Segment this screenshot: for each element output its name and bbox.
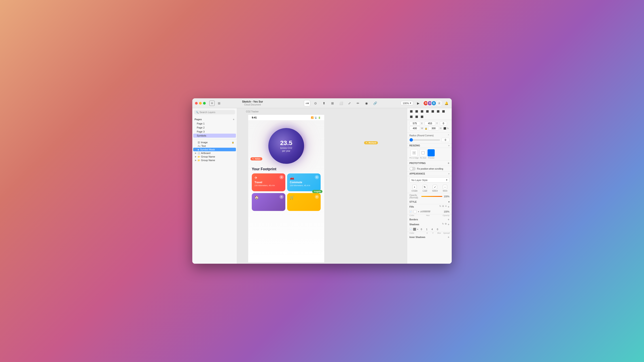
more-icon[interactable]: ··· bbox=[443, 185, 447, 189]
card-shopping-add[interactable]: + bbox=[315, 195, 319, 199]
distribute-v-icon[interactable]: ⬛ bbox=[409, 114, 414, 119]
x-input[interactable]: 575 bbox=[410, 121, 420, 125]
radius-input[interactable] bbox=[442, 138, 450, 142]
resizing-section-title[interactable]: RESIZING ▾ bbox=[407, 143, 452, 148]
card-travel-add[interactable]: + bbox=[280, 175, 284, 179]
radius-chevron[interactable]: ⌃ bbox=[448, 134, 450, 137]
target-icon[interactable]: ⊙ bbox=[312, 100, 319, 106]
richard-tag-container: ↖ Richard bbox=[364, 141, 378, 144]
card-commute[interactable]: 🚗 + Commute 230 kilometers, 45.4 tn Ange… bbox=[287, 173, 321, 191]
minimize-button[interactable] bbox=[199, 102, 202, 105]
flip-h-icon[interactable]: ⬛ bbox=[414, 114, 419, 119]
fills-settings-icon[interactable]: ⚙ bbox=[442, 205, 444, 209]
link-icon[interactable]: 🔗 bbox=[372, 100, 378, 106]
lock-ratio-icon[interactable]: 🔒 bbox=[425, 127, 427, 130]
resize-icon[interactable]: ⤢ bbox=[346, 100, 353, 106]
shadow-x-val: 0 bbox=[419, 228, 424, 231]
card-home[interactable]: 🏠 + bbox=[252, 193, 285, 211]
layer-item-artboard[interactable]: ▶ ⬜ Artboard bbox=[193, 151, 236, 155]
sidebar-item-page3[interactable]: Page 3 bbox=[193, 130, 236, 134]
card-shopping[interactable]: 🛒 + bbox=[287, 193, 321, 211]
preview-grid-icon bbox=[430, 151, 433, 154]
layer-label-text: Text bbox=[201, 145, 206, 147]
shadows-add-button[interactable]: + bbox=[448, 223, 450, 226]
appearance-section-title[interactable]: APPEARANCE ▾ bbox=[407, 172, 452, 176]
card-travel[interactable]: ✈ + Travel 230 kilometers, 45.4 tn bbox=[252, 173, 285, 191]
y-offset-input[interactable] bbox=[440, 121, 447, 125]
search-input[interactable]: Search Layers bbox=[200, 111, 215, 113]
preview-button[interactable] bbox=[428, 149, 435, 156]
align-top-icon[interactable]: ⬛ bbox=[425, 109, 430, 113]
select-icon[interactable]: ✓ bbox=[433, 185, 437, 189]
align-center-v-icon[interactable]: ⬛ bbox=[430, 109, 435, 113]
flip-icon[interactable]: ⬛ bbox=[444, 127, 446, 130]
sidebar-item-page2[interactable]: Page 2 bbox=[193, 126, 236, 130]
y-input[interactable] bbox=[425, 121, 435, 125]
pin-to-edge-button[interactable] bbox=[410, 149, 418, 156]
helen-cursor-icon: ↖ bbox=[252, 158, 254, 160]
close-button[interactable] bbox=[195, 102, 198, 105]
fill-hex-value: # FFFFFF bbox=[420, 211, 442, 213]
layer-item-text[interactable]: Aa Text bbox=[196, 144, 236, 148]
flip-v-icon[interactable]: ⬛ bbox=[420, 114, 424, 119]
shadows-actions: ↻ ⚙ + bbox=[442, 223, 450, 226]
rotate-icon[interactable]: ↻ bbox=[447, 127, 449, 130]
fills-subtract-icon[interactable]: ✕ bbox=[445, 205, 447, 209]
sidebar-item-symbols[interactable]: Symbols bbox=[193, 134, 236, 138]
borders-add-button[interactable]: + bbox=[448, 218, 450, 221]
play-button[interactable]: ▶ bbox=[415, 100, 421, 106]
fills-restore-icon[interactable]: ↻ bbox=[440, 205, 441, 209]
shadows-header: Shadows ↻ ⚙ + bbox=[407, 222, 452, 227]
h-input[interactable] bbox=[428, 126, 439, 130]
toolbar-right: 100% ▾ ▶ R H A 2 🔔 bbox=[401, 100, 449, 106]
align-bottom-icon[interactable]: ⬛ bbox=[436, 109, 440, 113]
w-input[interactable] bbox=[410, 126, 420, 130]
notification-icon[interactable]: 🔔 bbox=[444, 100, 449, 106]
style-dropdown[interactable]: No Layer Style ▾ bbox=[410, 177, 450, 183]
grid-view-icon[interactable]: ⊞ bbox=[216, 100, 222, 106]
layout-icon[interactable]: ⊞ bbox=[330, 100, 336, 106]
upload-icon[interactable]: ⬆ bbox=[321, 100, 327, 106]
fill-checkbox[interactable] bbox=[410, 210, 412, 213]
shadows-settings-icon[interactable]: ⚙ bbox=[445, 223, 447, 226]
zoom-control[interactable]: 100% ▾ bbox=[401, 101, 413, 105]
proto-toggle[interactable] bbox=[410, 167, 416, 170]
distribute-h-icon[interactable]: ⬛ bbox=[441, 109, 446, 113]
prototyping-section-title[interactable]: PROTOTYPING + bbox=[407, 160, 452, 166]
pen-icon[interactable]: ✏ bbox=[355, 100, 361, 106]
add-page-icon[interactable]: + bbox=[233, 117, 234, 121]
shadows-restore-icon[interactable]: ↻ bbox=[442, 223, 444, 226]
layer-item-group2[interactable]: ▶ 📁 Group Name bbox=[193, 158, 236, 162]
shadow-swatch[interactable] bbox=[413, 228, 416, 231]
card-commute-add[interactable]: + bbox=[315, 175, 319, 179]
prototyping-add-icon[interactable]: + bbox=[448, 161, 450, 165]
align-right-icon[interactable]: ⬛ bbox=[420, 109, 424, 113]
frame-icon[interactable]: ⬜ bbox=[338, 100, 344, 106]
radius-slider[interactable] bbox=[410, 140, 440, 140]
fix-size-button[interactable] bbox=[420, 149, 427, 156]
mask-icon[interactable]: ◉ bbox=[363, 100, 370, 106]
inner-shadows-add-button[interactable]: + bbox=[448, 235, 450, 239]
create-icon[interactable]: + bbox=[412, 185, 417, 189]
layer-item-symbol-mask[interactable]: ▶ ◈ Symbol Mask bbox=[193, 148, 236, 151]
canvas-area[interactable]: CO2 Tracker 9:41 📶 📡 🔋 bbox=[237, 108, 407, 264]
align-center-h-icon[interactable]: ⬛ bbox=[414, 109, 419, 113]
fills-add-button[interactable]: + bbox=[448, 205, 450, 209]
align-left-icon[interactable]: ⬛ bbox=[409, 109, 414, 113]
load-icon[interactable]: ↻ bbox=[422, 185, 427, 189]
select-label: Select bbox=[432, 190, 438, 192]
card-home-add[interactable]: + bbox=[280, 195, 284, 199]
layer-item-group1[interactable]: ▶ 📁 Group Name bbox=[193, 155, 236, 158]
search-bar[interactable]: 🔍 Search Layers bbox=[194, 110, 235, 114]
maximize-button[interactable] bbox=[203, 102, 206, 105]
window-icon[interactable]: ⊞ bbox=[209, 100, 215, 106]
layer-label-group2: Group Name bbox=[201, 159, 215, 162]
shadow-checkbox[interactable] bbox=[410, 228, 412, 231]
sidebar-item-page1[interactable]: Page 1 bbox=[193, 122, 236, 126]
app-window: ⊞ ⊞ Sketch - Yes Sur Cloud Document +▾ ⊙… bbox=[192, 98, 452, 264]
shadows-row: ● 0 1 4 0 bbox=[407, 227, 452, 232]
fill-swatch[interactable] bbox=[414, 210, 416, 213]
layer-item-image[interactable]: 🖼 Image 🔒 bbox=[196, 141, 236, 144]
add-button[interactable]: +▾ bbox=[304, 100, 310, 106]
title-info: Sketch - Yes Sur Cloud Document bbox=[224, 100, 282, 106]
